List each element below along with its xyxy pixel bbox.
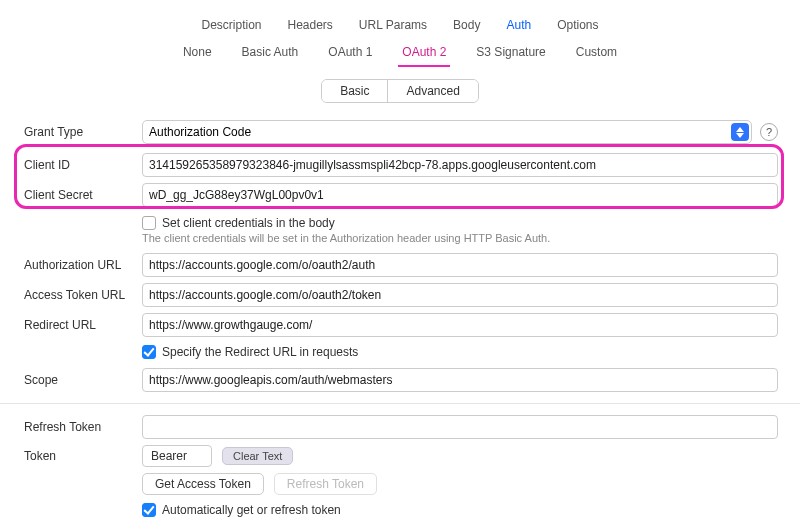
auth-tab-none[interactable]: None — [179, 42, 216, 67]
row-creds-in-body: Set client credentials in the body The c… — [22, 210, 778, 247]
token-type-select[interactable]: Bearer — [142, 445, 212, 467]
oauth2-panel: Description Headers URL Params Body Auth… — [0, 0, 800, 524]
seg-advanced[interactable]: Advanced — [387, 80, 477, 102]
section-tabs: Description Headers URL Params Body Auth… — [22, 10, 778, 38]
access-token-url-input[interactable] — [142, 283, 778, 307]
specify-redirect-label: Specify the Redirect URL in requests — [162, 345, 358, 359]
row-refresh-token: Refresh Token — [22, 412, 778, 442]
row-token: Token Bearer Clear Text — [22, 442, 778, 470]
auth-type-tabs: None Basic Auth OAuth 1 OAuth 2 S3 Signa… — [22, 38, 778, 75]
row-token-actions: Get Access Token Refresh Token — [22, 470, 778, 498]
tab-auth[interactable]: Auth — [502, 16, 535, 34]
row-access-token-url: Access Token URL — [22, 280, 778, 310]
auth-tab-custom[interactable]: Custom — [572, 42, 621, 67]
refresh-token-button[interactable]: Refresh Token — [274, 473, 377, 495]
label-grant-type: Grant Type — [22, 125, 134, 139]
row-auto-refresh: Automatically get or refresh token — [22, 498, 778, 522]
specify-redirect-checkbox[interactable] — [142, 345, 156, 359]
row-grant-type: Grant Type Authorization Code ? — [22, 117, 778, 147]
row-auth-url: Authorization URL — [22, 247, 778, 280]
auth-tab-s3[interactable]: S3 Signature — [472, 42, 549, 67]
label-redirect-url: Redirect URL — [22, 318, 134, 332]
auth-tab-basic[interactable]: Basic Auth — [238, 42, 303, 67]
tab-description[interactable]: Description — [197, 16, 265, 34]
creds-in-body-checkbox[interactable] — [142, 216, 156, 230]
client-creds-group: Client ID Client Secret — [22, 147, 778, 210]
auth-tab-oauth1[interactable]: OAuth 1 — [324, 42, 376, 67]
row-scope: Scope — [22, 364, 778, 395]
label-client-id: Client ID — [22, 158, 134, 172]
label-refresh-token: Refresh Token — [22, 420, 134, 434]
auto-refresh-label: Automatically get or refresh token — [162, 503, 341, 517]
section-divider — [0, 403, 800, 404]
auth-url-input[interactable] — [142, 253, 778, 277]
tab-headers[interactable]: Headers — [284, 16, 337, 34]
mode-segmented[interactable]: Basic Advanced — [321, 79, 479, 103]
tab-url-params[interactable]: URL Params — [355, 16, 431, 34]
row-specify-redirect: Specify the Redirect URL in requests — [22, 340, 778, 364]
redirect-url-input[interactable] — [142, 313, 778, 337]
get-access-token-button[interactable]: Get Access Token — [142, 473, 264, 495]
label-access-token-url: Access Token URL — [22, 288, 134, 302]
label-token: Token — [22, 449, 134, 463]
label-scope: Scope — [22, 373, 134, 387]
grant-type-select[interactable]: Authorization Code — [142, 120, 752, 144]
creds-helper-text: The client credentials will be set in th… — [142, 232, 778, 244]
label-client-secret: Client Secret — [22, 188, 134, 202]
seg-basic[interactable]: Basic — [322, 80, 387, 102]
mode-segmented-wrap: Basic Advanced — [22, 75, 778, 117]
client-secret-input[interactable] — [142, 183, 778, 207]
scope-input[interactable] — [142, 368, 778, 392]
row-client-secret: Client Secret — [22, 180, 778, 210]
grant-type-help[interactable]: ? — [760, 123, 778, 141]
clear-text-button[interactable]: Clear Text — [222, 447, 293, 465]
auto-refresh-checkbox[interactable] — [142, 503, 156, 517]
refresh-token-input[interactable] — [142, 415, 778, 439]
client-id-input[interactable] — [142, 153, 778, 177]
tab-options[interactable]: Options — [553, 16, 602, 34]
label-auth-url: Authorization URL — [22, 258, 134, 272]
row-redirect-url: Redirect URL — [22, 310, 778, 340]
row-client-id: Client ID — [22, 150, 778, 180]
auth-tab-oauth2[interactable]: OAuth 2 — [398, 42, 450, 67]
select-caret-icon — [731, 123, 749, 141]
creds-in-body-label: Set client credentials in the body — [162, 216, 335, 230]
tab-body[interactable]: Body — [449, 16, 484, 34]
